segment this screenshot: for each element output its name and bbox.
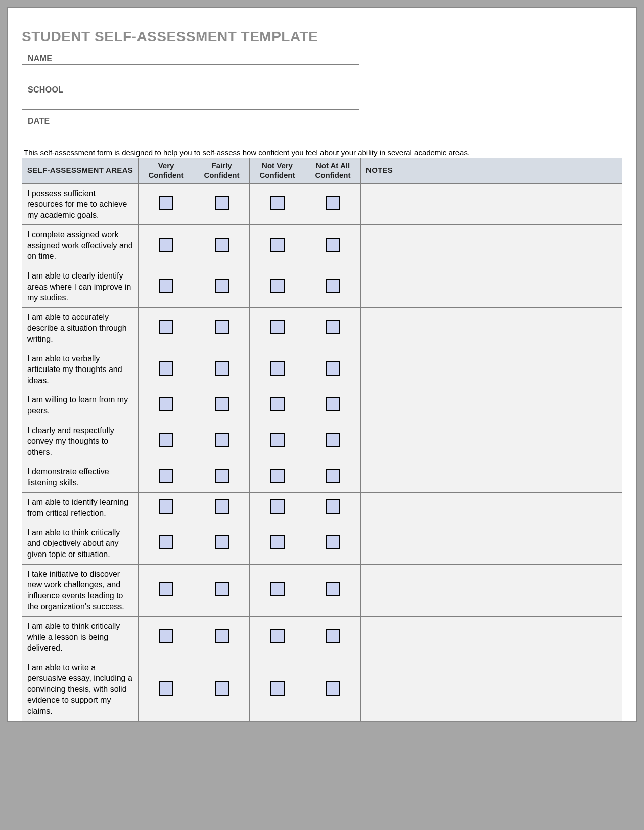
checkbox-notatall[interactable] (326, 535, 340, 549)
checkbox-fairly[interactable] (215, 238, 229, 252)
checkbox-notatall[interactable] (326, 238, 340, 252)
notes-cell[interactable] (361, 462, 622, 492)
date-field-block: DATE (22, 117, 622, 141)
name-label: NAME (28, 54, 622, 63)
check-cell-fairly (194, 421, 250, 462)
checkbox-very[interactable] (159, 279, 173, 293)
checkbox-very[interactable] (159, 582, 173, 596)
notes-cell[interactable] (361, 266, 622, 308)
checkbox-fairly[interactable] (215, 499, 229, 514)
area-text: I am able to verbally articulate my thou… (22, 349, 139, 390)
notes-cell[interactable] (361, 225, 622, 266)
page: STUDENT SELF-ASSESSMENT TEMPLATE NAME SC… (7, 7, 637, 722)
checkbox-very[interactable] (159, 681, 173, 696)
name-input[interactable] (22, 64, 359, 78)
school-input[interactable] (22, 96, 359, 110)
checkbox-notvery[interactable] (270, 279, 285, 293)
header-not-at-all-confident: Not At All Confident (305, 158, 361, 184)
check-cell-notatall (305, 266, 361, 308)
check-cell-notvery (250, 183, 305, 225)
table-row: I am able to accurately describe a situa… (22, 307, 622, 349)
checkbox-fairly[interactable] (215, 535, 229, 549)
area-text: I am able to identify learning from crit… (22, 492, 139, 523)
checkbox-fairly[interactable] (215, 320, 229, 334)
notes-cell[interactable] (361, 421, 622, 462)
checkbox-fairly[interactable] (215, 469, 229, 483)
notes-cell[interactable] (361, 616, 622, 658)
check-cell-fairly (194, 564, 250, 616)
check-cell-notvery (250, 421, 305, 462)
checkbox-notatall[interactable] (326, 196, 340, 210)
check-cell-notatall (305, 658, 361, 721)
check-cell-notatall (305, 616, 361, 658)
checkbox-fairly[interactable] (215, 196, 229, 210)
checkbox-very[interactable] (159, 433, 173, 447)
table-row: I am willing to learn from my peers. (22, 390, 622, 421)
checkbox-notatall[interactable] (326, 629, 340, 643)
check-cell-notatall (305, 523, 361, 564)
checkbox-notvery[interactable] (270, 397, 285, 411)
name-field-block: NAME (22, 54, 622, 78)
checkbox-notatall[interactable] (326, 582, 340, 596)
notes-cell[interactable] (361, 492, 622, 523)
intro-text: This self-assessment form is designed to… (24, 148, 622, 157)
area-text: I complete assigned work assigned work e… (22, 225, 139, 266)
header-areas: SELF-ASSESSMENT AREAS (22, 158, 139, 184)
checkbox-very[interactable] (159, 397, 173, 411)
checkbox-very[interactable] (159, 196, 173, 210)
notes-cell[interactable] (361, 349, 622, 390)
checkbox-notvery[interactable] (270, 238, 285, 252)
checkbox-notatall[interactable] (326, 681, 340, 696)
checkbox-fairly[interactable] (215, 629, 229, 643)
checkbox-notvery[interactable] (270, 196, 285, 210)
area-text: I am able to accurately describe a situa… (22, 307, 139, 349)
checkbox-fairly[interactable] (215, 279, 229, 293)
checkbox-fairly[interactable] (215, 361, 229, 376)
notes-cell[interactable] (361, 307, 622, 349)
checkbox-very[interactable] (159, 238, 173, 252)
notes-cell[interactable] (361, 564, 622, 616)
checkbox-notvery[interactable] (270, 433, 285, 447)
notes-cell[interactable] (361, 658, 622, 721)
checkbox-notatall[interactable] (326, 361, 340, 376)
checkbox-fairly[interactable] (215, 582, 229, 596)
checkbox-notvery[interactable] (270, 681, 285, 696)
checkbox-notvery[interactable] (270, 361, 285, 376)
checkbox-notvery[interactable] (270, 469, 285, 483)
area-text: I am able to clearly identify areas wher… (22, 266, 139, 308)
check-cell-notatall (305, 390, 361, 421)
checkbox-fairly[interactable] (215, 681, 229, 696)
checkbox-notatall[interactable] (326, 320, 340, 334)
checkbox-fairly[interactable] (215, 433, 229, 447)
checkbox-notvery[interactable] (270, 629, 285, 643)
notes-cell[interactable] (361, 183, 622, 225)
checkbox-fairly[interactable] (215, 397, 229, 411)
checkbox-notvery[interactable] (270, 499, 285, 514)
date-input[interactable] (22, 127, 359, 141)
checkbox-notatall[interactable] (326, 397, 340, 411)
checkbox-very[interactable] (159, 469, 173, 483)
school-field-block: SCHOOL (22, 85, 622, 110)
notes-cell[interactable] (361, 390, 622, 421)
checkbox-notatall[interactable] (326, 499, 340, 514)
checkbox-notatall[interactable] (326, 433, 340, 447)
check-cell-very (139, 421, 194, 462)
area-text: I am able to think critically while a le… (22, 616, 139, 658)
area-text: I clearly and respectfully convey my tho… (22, 421, 139, 462)
checkbox-notvery[interactable] (270, 535, 285, 549)
checkbox-notatall[interactable] (326, 469, 340, 483)
check-cell-very (139, 183, 194, 225)
check-cell-notatall (305, 349, 361, 390)
check-cell-notatall (305, 492, 361, 523)
checkbox-very[interactable] (159, 361, 173, 376)
checkbox-notatall[interactable] (326, 279, 340, 293)
check-cell-very (139, 390, 194, 421)
checkbox-notvery[interactable] (270, 320, 285, 334)
checkbox-very[interactable] (159, 320, 173, 334)
checkbox-very[interactable] (159, 499, 173, 514)
checkbox-notvery[interactable] (270, 582, 285, 596)
notes-cell[interactable] (361, 523, 622, 564)
checkbox-very[interactable] (159, 629, 173, 643)
checkbox-very[interactable] (159, 535, 173, 549)
header-fairly-confident: Fairly Confident (194, 158, 250, 184)
